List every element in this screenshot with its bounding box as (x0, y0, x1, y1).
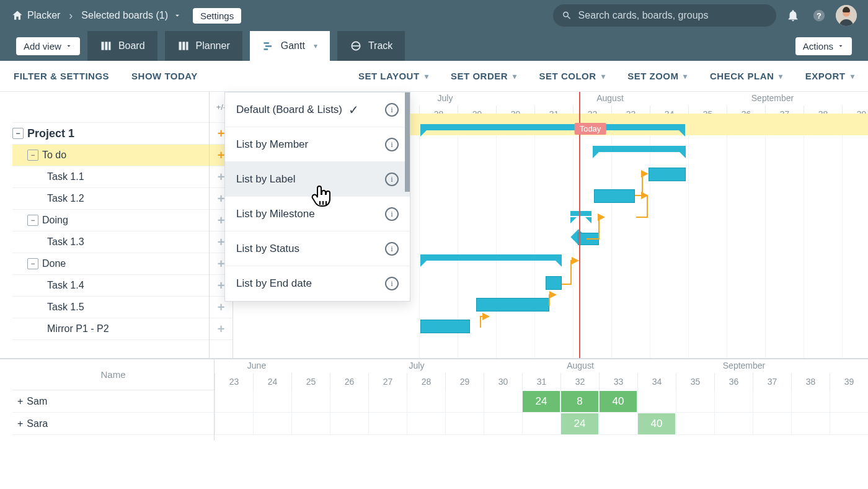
info-icon[interactable]: i (385, 173, 399, 186)
chevron-down-icon: ▾ (425, 72, 429, 81)
gantt-main: −Project 1 −To do Task 1.1 Task 1.2 −Doi… (0, 92, 868, 359)
check-plan-label: CHECK PLAN (710, 71, 774, 81)
chevron-down-icon: ▾ (314, 42, 317, 50)
collapse-icon[interactable]: − (27, 215, 38, 226)
layout-option-status[interactable]: List by Status i (225, 231, 410, 266)
set-zoom-button[interactable]: SET ZOOM▾ (627, 71, 688, 81)
group-bracket[interactable] (420, 254, 562, 261)
layout-option-member[interactable]: List by Member i (225, 127, 410, 162)
show-today-button[interactable]: SHOW TODAY (131, 71, 198, 81)
group-bracket[interactable] (420, 124, 685, 130)
chevron-down-icon (837, 42, 844, 50)
task-row[interactable]: Task 1.5 (12, 297, 209, 318)
svg-rect-5 (105, 42, 107, 50)
layout-option-default[interactable]: Default (Board & Lists)✓ i (225, 92, 410, 127)
workload-cell[interactable]: 8 (561, 391, 598, 412)
notifications-button[interactable] (784, 6, 802, 25)
week-cell: 31 (522, 373, 560, 390)
expand-icon[interactable]: + (17, 418, 23, 429)
gantt-bar[interactable] (649, 168, 686, 181)
list-done[interactable]: −Done (12, 253, 209, 275)
name-header: Name (12, 359, 214, 390)
week-cell: 23 (215, 373, 253, 390)
search-input[interactable] (578, 10, 768, 21)
svg-rect-10 (264, 42, 268, 44)
info-icon[interactable]: i (385, 242, 399, 256)
set-color-button[interactable]: SET COLOR▾ (539, 71, 606, 81)
today-label: Today (575, 123, 606, 135)
task-row[interactable]: Mirror P1 - P2 (12, 318, 209, 340)
workload-cell[interactable]: 24 (561, 413, 598, 434)
info-icon[interactable]: i (385, 103, 399, 117)
tab-gantt-label: Gantt (281, 40, 305, 52)
chevron-down-icon: ▾ (683, 72, 688, 81)
export-button[interactable]: EXPORT▾ (805, 71, 854, 81)
info-icon[interactable]: i (385, 277, 399, 290)
chevron-down-icon (65, 42, 73, 50)
filter-settings-button[interactable]: FILTER & SETTINGS (14, 71, 109, 81)
tab-planner[interactable]: Planner (165, 31, 242, 61)
collapse-icon[interactable]: − (12, 128, 24, 139)
info-icon[interactable]: i (385, 207, 399, 221)
user-avatar[interactable] (836, 5, 857, 26)
collapse-icon[interactable]: − (27, 258, 38, 269)
month-label: August (567, 361, 594, 370)
scrollbar[interactable] (405, 92, 410, 192)
task-row[interactable]: Task 1.2 (12, 188, 209, 210)
tab-gantt[interactable]: Gantt ▾ (250, 31, 330, 61)
week-cell: 37 (753, 373, 791, 390)
check-plan-button[interactable]: CHECK PLAN▾ (710, 71, 783, 81)
list-doing[interactable]: −Doing (12, 210, 209, 231)
set-layout-button[interactable]: SET LAYOUT▾ (358, 71, 428, 81)
tab-track[interactable]: Track (337, 31, 405, 61)
svg-rect-6 (108, 42, 110, 50)
chevron-down-icon: ▾ (601, 72, 606, 81)
tab-track-label: Track (368, 40, 392, 52)
resource-row[interactable]: +Sara (12, 413, 214, 435)
gantt-bar[interactable] (420, 320, 470, 333)
group-bracket[interactable] (570, 211, 591, 216)
task-row[interactable]: Task 1.1 (12, 166, 209, 188)
expand-icon[interactable]: + (17, 396, 23, 407)
task-row[interactable]: Task 1.4 (12, 275, 209, 297)
add-view-button[interactable]: Add view (16, 37, 80, 55)
workload-cell[interactable]: 24 (523, 391, 560, 412)
search-box[interactable] (553, 4, 776, 27)
resource-row[interactable]: +Sam (12, 390, 214, 413)
week-cell: 27 (368, 373, 407, 390)
gantt-bar[interactable] (578, 233, 599, 245)
boards-selector[interactable]: Selected boards (1) (81, 10, 182, 21)
layout-option-enddate[interactable]: List by End date i (225, 266, 410, 301)
gantt-bar[interactable] (546, 276, 562, 290)
task-label: Task 1.2 (47, 193, 84, 204)
resource-panel: Name +Sam +Sara June July August Septemb… (0, 359, 868, 441)
task-row[interactable]: Task 1.3 (12, 231, 209, 253)
workload-cell[interactable]: 40 (600, 391, 637, 412)
week-cell: 24 (253, 373, 291, 390)
plus-icon: + (218, 127, 225, 141)
collapse-icon[interactable]: − (27, 150, 38, 161)
list-todo-label: To do (42, 150, 66, 161)
group-bracket[interactable] (593, 146, 686, 152)
chevron-down-icon: ▾ (779, 72, 783, 81)
list-todo[interactable]: −To do (12, 145, 209, 166)
workload-cell[interactable]: 40 (638, 413, 675, 434)
info-icon[interactable]: i (385, 138, 399, 151)
board-icon (100, 40, 112, 52)
add-button[interactable]: + (210, 318, 232, 340)
top-nav: Placker › Selected boards (1) Settings ? (0, 0, 868, 31)
settings-button[interactable]: Settings (193, 8, 241, 24)
resource-timeline[interactable]: June July August September 2324252627282… (215, 359, 868, 441)
tab-board[interactable]: Board (87, 31, 157, 61)
actions-button[interactable]: Actions (795, 37, 852, 55)
project-row[interactable]: −Project 1 (12, 123, 209, 145)
project-label: Project 1 (27, 127, 74, 140)
gantt-bar[interactable] (594, 189, 635, 203)
gantt-icon (262, 40, 275, 52)
resource-name-col: Name +Sam +Sara (12, 359, 215, 441)
help-button[interactable]: ? (810, 6, 828, 25)
set-order-button[interactable]: SET ORDER▾ (451, 71, 517, 81)
gantt-bar[interactable] (476, 298, 549, 312)
home-link[interactable]: Placker (11, 9, 60, 22)
chevron-down-icon: ▾ (851, 72, 855, 81)
